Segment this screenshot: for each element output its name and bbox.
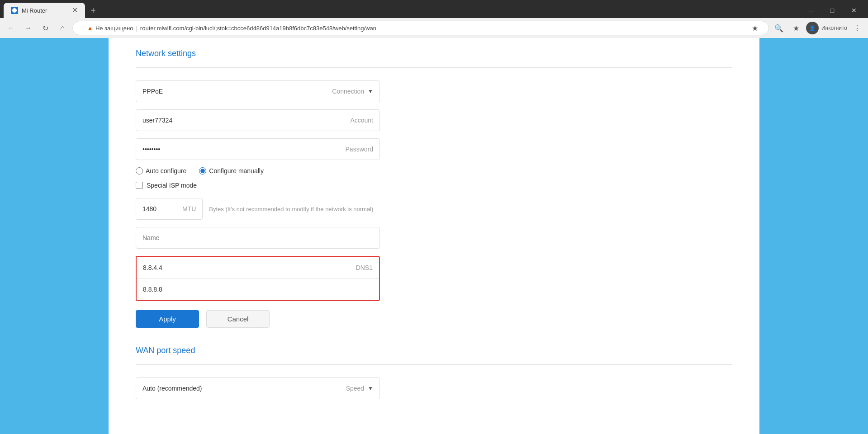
speed-label: Speed xyxy=(346,385,364,392)
main-layout: Network settings PPPoE Connection ▼ Acco… xyxy=(0,38,868,434)
speed-chevron-down-icon: ▼ xyxy=(368,385,373,392)
active-tab[interactable]: Mi Router ✕ xyxy=(4,3,85,18)
dns1-input[interactable] xyxy=(143,264,356,271)
close-button[interactable]: ✕ xyxy=(844,3,864,18)
wan-port-speed-title: WAN port speed xyxy=(136,346,732,355)
mtu-note: Bytes (It's not recommended to modify if… xyxy=(209,206,373,212)
address-divider: | xyxy=(136,25,137,32)
tab-title: Mi Router xyxy=(22,7,68,14)
account-input[interactable] xyxy=(142,117,346,124)
maximize-button[interactable]: □ xyxy=(822,3,843,18)
dns-section: DNS1 xyxy=(136,256,380,301)
connection-label: Connection xyxy=(332,88,364,95)
content-area: Network settings PPPoE Connection ▼ Acco… xyxy=(109,38,759,434)
bookmark-button[interactable]: ★ xyxy=(748,21,762,35)
network-settings-title: Network settings xyxy=(136,49,732,58)
back-button[interactable]: ← xyxy=(4,21,18,35)
password-input-row: Password xyxy=(136,138,380,160)
new-tab-button[interactable]: + xyxy=(87,4,100,18)
wan-port-speed-section: WAN port speed Auto (recommended) Speed … xyxy=(136,346,732,399)
profile-button[interactable]: 👤 xyxy=(806,22,819,34)
mtu-form-group: MTU xyxy=(136,198,203,220)
password-label: Password xyxy=(346,146,373,153)
window-controls: — □ ✕ xyxy=(800,3,868,18)
tab-favicon xyxy=(11,7,18,14)
home-button[interactable]: ⌂ xyxy=(55,21,70,35)
mtu-label: MTU xyxy=(182,205,196,212)
reload-button[interactable]: ↻ xyxy=(38,21,52,35)
mtu-input-row: MTU xyxy=(136,198,203,220)
incognito-label: Инкогнито xyxy=(821,25,847,31)
configure-manually-label: Configure manually xyxy=(209,167,264,175)
speed-value: Auto (recommended) xyxy=(142,385,346,392)
url-text: router.miwifi.com/cgi-bin/luci/;stok=cbc… xyxy=(140,25,376,32)
security-warning-icon: ▲ xyxy=(87,25,93,31)
tab-bar: Mi Router ✕ + — □ ✕ xyxy=(0,0,868,18)
bookmark-star-button[interactable]: ★ xyxy=(789,21,803,35)
password-group: Password xyxy=(136,138,380,160)
address-right-icons: ★ xyxy=(748,21,762,35)
address-field[interactable]: ▲ Не защищено | router.miwifi.com/cgi-bi… xyxy=(72,21,769,35)
special-isp-checkbox[interactable] xyxy=(136,182,143,189)
connection-type-group: PPPoE Connection ▼ xyxy=(136,80,380,102)
network-settings-section: Network settings PPPoE Connection ▼ Acco… xyxy=(136,49,732,328)
account-group: Account xyxy=(136,109,380,131)
speed-select-wrapper: Auto (recommended) Speed ▼ xyxy=(136,377,380,399)
chevron-down-icon: ▼ xyxy=(368,88,373,94)
configure-manually-option[interactable]: Configure manually xyxy=(199,167,264,175)
connection-select[interactable]: PPPoE Connection ▼ xyxy=(136,80,380,102)
tab-close-button[interactable]: ✕ xyxy=(72,7,78,14)
cancel-button[interactable]: Cancel xyxy=(206,310,270,328)
menu-button[interactable]: ⋮ xyxy=(850,21,864,35)
auto-configure-radio[interactable] xyxy=(136,167,143,175)
search-button[interactable]: 🔍 xyxy=(772,21,786,35)
dns2-row xyxy=(137,278,379,300)
forward-button[interactable]: → xyxy=(21,21,35,35)
dns1-row: DNS1 xyxy=(137,257,379,278)
mtu-input[interactable] xyxy=(142,205,179,212)
profile-icon: 👤 xyxy=(809,25,816,31)
name-input[interactable] xyxy=(142,234,373,241)
wan-divider xyxy=(136,364,732,365)
action-buttons: Apply Cancel xyxy=(136,310,732,328)
account-label: Account xyxy=(350,117,373,124)
minimize-button[interactable]: — xyxy=(800,3,821,18)
address-bar-row: ← → ↻ ⌂ ▲ Не защищено | router.miwifi.co… xyxy=(0,18,868,38)
section-divider xyxy=(136,67,732,68)
auto-configure-option[interactable]: Auto configure xyxy=(136,167,186,175)
auto-configure-label: Auto configure xyxy=(146,167,186,175)
browser-chrome: Mi Router ✕ + — □ ✕ ← → ↻ ⌂ ▲ Не защищен… xyxy=(0,0,868,38)
security-label: Не защищено xyxy=(95,25,133,32)
configure-manually-radio[interactable] xyxy=(199,167,206,175)
left-sidebar xyxy=(0,38,109,434)
speed-select[interactable]: Auto (recommended) Speed ▼ xyxy=(136,377,380,399)
connection-value: PPPoE xyxy=(142,88,332,95)
name-input-row xyxy=(136,227,380,249)
special-isp-label: Special ISP mode xyxy=(147,182,197,189)
name-group xyxy=(136,227,380,249)
right-sidebar xyxy=(759,38,868,434)
apply-button[interactable]: Apply xyxy=(136,310,199,328)
account-input-row: Account xyxy=(136,109,380,131)
special-isp-group: Special ISP mode xyxy=(136,182,732,189)
mtu-group: MTU Bytes (It's not recommended to modif… xyxy=(136,198,732,220)
configure-radio-group: Auto configure Configure manually xyxy=(136,167,732,175)
password-input[interactable] xyxy=(142,146,342,153)
dns2-input[interactable] xyxy=(143,286,373,293)
dns1-label: DNS1 xyxy=(356,264,373,271)
